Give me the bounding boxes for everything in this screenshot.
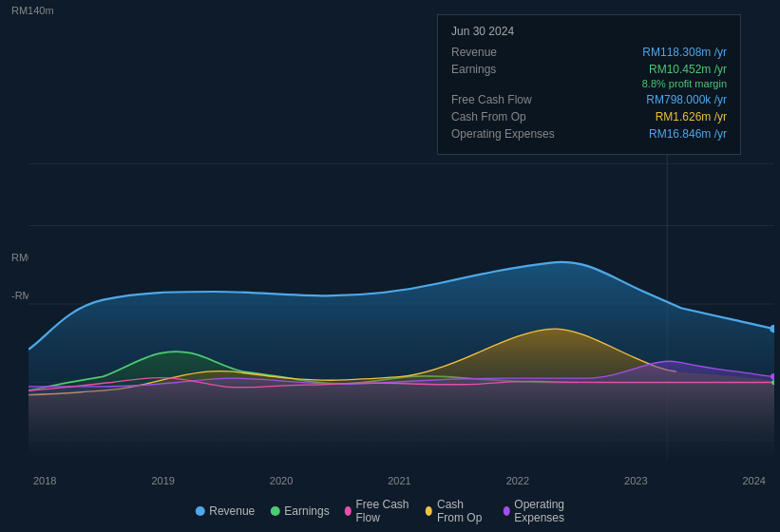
legend-opex[interactable]: Operating Expenses [503,498,584,524]
opex-value: RM16.846m /yr [649,127,727,141]
legend-dot-revenue [195,506,204,516]
legend-label-earnings: Earnings [284,504,329,518]
legend-label-fcf: Free Cash Flow [355,498,410,524]
x-label-2022: 2022 [506,475,529,486]
tooltip-panel: Jun 30 2024 Revenue RM118.308m /yr Earni… [437,14,741,155]
legend-dot-fcf [345,506,352,516]
y-label-top: RM140m [11,5,54,16]
x-label-2019: 2019 [151,475,174,486]
fcf-value: RM798.000k /yr [646,93,727,106]
chart-legend: Revenue Earnings Free Cash Flow Cash Fro… [195,498,585,524]
legend-label-revenue: Revenue [209,504,255,518]
x-label-2023: 2023 [624,475,647,486]
legend-fcf[interactable]: Free Cash Flow [345,498,411,524]
x-label-2018: 2018 [33,475,56,486]
x-axis: 2018 2019 2020 2021 2022 2023 2024 [29,475,770,486]
x-label-2024: 2024 [742,475,765,486]
revenue-label: Revenue [451,46,497,59]
profit-margin: 8.8% profit margin [451,78,727,89]
legend-cashfromop[interactable]: Cash From Op [426,498,487,524]
fcf-label: Free Cash Flow [451,93,532,106]
legend-dot-opex [503,506,509,516]
tooltip-revenue: Revenue RM118.308m /yr [451,46,727,59]
earnings-label: Earnings [451,63,496,76]
legend-dot-cashfromop [426,506,432,516]
chart-svg [29,147,774,461]
legend-earnings[interactable]: Earnings [270,504,329,518]
tooltip-fcf: Free Cash Flow RM798.000k /yr [451,93,727,106]
cashfromop-label: Cash From Op [451,110,526,124]
x-label-2021: 2021 [388,475,410,486]
earnings-value: RM10.452m /yr [649,63,727,76]
tooltip-date: Jun 30 2024 [451,25,727,38]
legend-label-cashfromop: Cash From Op [437,498,488,524]
tooltip-opex: Operating Expenses RM16.846m /yr [451,127,727,141]
cashfromop-value: RM1.626m /yr [656,110,727,124]
tooltip-earnings: Earnings RM10.452m /yr [451,63,727,76]
legend-dot-earnings [270,506,279,516]
revenue-value: RM118.308m /yr [642,46,727,59]
tooltip-cashfromop: Cash From Op RM1.626m /yr [451,110,727,124]
opex-label: Operating Expenses [451,127,555,141]
x-label-2020: 2020 [270,475,293,486]
legend-revenue[interactable]: Revenue [195,504,255,518]
legend-label-opex: Operating Expenses [514,498,584,524]
